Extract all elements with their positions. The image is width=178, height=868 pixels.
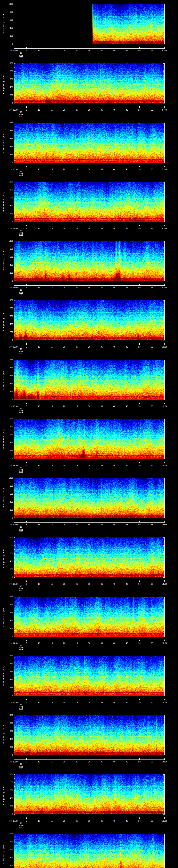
y-major-tick [14,392,15,392]
y-tick-label: 600 [5,78,13,81]
x-major-tick [77,284,77,285]
x-major-tick [77,106,77,107]
y-minor-tick-right [164,245,165,245]
x-major-tick [64,699,64,700]
y-minor-tick [14,40,15,40]
x-tick-label: 20 [61,168,68,170]
x-tick-label: 5 [23,465,30,467]
y-major-tick-right [163,774,165,775]
x-tick-label: 45 [123,405,130,407]
y-major-tick-right [163,858,165,858]
y-minor-tick [14,388,15,388]
y-minor-tick-right [164,632,165,633]
y-minor-tick [14,632,15,633]
y-major-tick-right [163,798,165,799]
x-tick-label: 40 [111,227,118,230]
spectrogram-panel: Frequency (Hz) 10Aug2015 020040060080010… [0,770,178,830]
y-major-tick [14,731,15,732]
x-tick-label: 35 [98,642,105,644]
x-tick-label: 45 [123,761,130,763]
y-tick-label: 600 [5,612,13,614]
x-tick-label: 50 [136,702,143,704]
x-tick-label: 35 [98,465,105,467]
y-major-tick [14,332,15,333]
x-tick-label: 35 [98,109,105,111]
x-tick-label: 40 [111,405,118,407]
y-tick-label: 800 [5,367,13,369]
x-tick-label: 5 [23,109,30,111]
x-major-tick [26,462,27,463]
y-major-tick-right [163,782,165,783]
date-line: 2015 [14,590,28,592]
x-tick-label: 50 [136,346,143,348]
y-tick-label: 600 [5,256,13,258]
y-tick-label: 600 [5,671,13,673]
y-minor-tick [14,83,15,84]
y-tick-label: 800 [5,426,13,428]
x-major-tick [52,817,52,819]
x-tick-label: 15 [48,761,55,763]
y-tick-label: 200 [5,687,13,689]
x-tick-label: 45 [123,465,130,467]
y-minor-tick-right [164,751,165,751]
x-major-tick [14,758,14,760]
y-minor-tick [14,143,15,143]
y-tick-label: 1000 [5,3,13,5]
x-tick-label: 15 [48,405,55,407]
y-tick-label: 0 [5,458,13,460]
x-major-tick [26,403,27,404]
y-minor-tick-right [164,439,165,439]
y-tick-label: 600 [5,552,13,555]
y-tick-label: 800 [5,781,13,783]
y-major-tick [14,806,15,807]
y-tick-label: 0 [5,517,13,519]
y-minor-tick [14,490,15,490]
y-major-tick-right [163,206,165,206]
y-minor-tick-right [164,127,165,127]
date-line: 2015 [14,175,28,177]
date-label: 10Aug2015 [14,230,28,236]
x-tick-label: 55 [148,642,155,644]
x-major-tick [127,581,127,582]
y-axis-title: Frequency (Hz) [3,14,5,35]
y-major-tick [14,637,15,637]
x-tick-label: 5 [23,227,30,230]
x-tick-label: 20 [61,109,68,111]
y-tick-label: 800 [5,603,13,606]
y-tick-label: 800 [5,841,13,843]
y-tick-label: 1000 [5,240,13,242]
x-tick-label: 30 [86,346,93,348]
spectrogram-panel: Frequency (Hz) 10Aug2015 020040060080010… [0,237,178,296]
spectrogram-panel: Frequency (Hz) 10Aug2015 020040060080010… [0,296,178,355]
y-minor-tick [14,439,15,439]
x-tick-label: 45 [123,346,130,348]
y-major-tick-right [163,4,165,4]
y-tick-label: 400 [5,738,13,740]
y-tick-label: 200 [5,391,13,393]
y-tick-label: 200 [5,746,13,748]
y-tick-label: 1000 [5,833,13,835]
x-tick-label: 35 [98,346,105,348]
y-major-tick [14,419,15,419]
date-label: 10Aug2015 [14,52,28,58]
y-minor-tick-right [164,304,165,305]
y-major-tick [14,561,15,562]
y-tick-label: 200 [5,272,13,274]
y-major-tick [14,249,15,249]
x-tick-label: 55 [148,168,155,170]
x-major-tick [64,403,64,404]
x-major-tick [52,403,52,404]
y-major-tick-right [163,324,165,324]
y-tick-label: 600 [5,493,13,495]
y-major-tick-right [163,849,165,850]
y-minor-tick-right [164,447,165,447]
y-tick-label: 200 [5,331,13,333]
date-label: 10Aug2015 [14,823,28,829]
y-major-tick-right [163,79,165,80]
x-tick-label: 10 [35,50,42,52]
x-tick-label: 55 [148,346,155,348]
date-label: 10Aug2015 [14,170,28,177]
x-end-time-label: 7:00 [156,168,173,170]
x-tick-label: 10 [35,109,42,111]
y-minor-tick-right [164,32,165,32]
